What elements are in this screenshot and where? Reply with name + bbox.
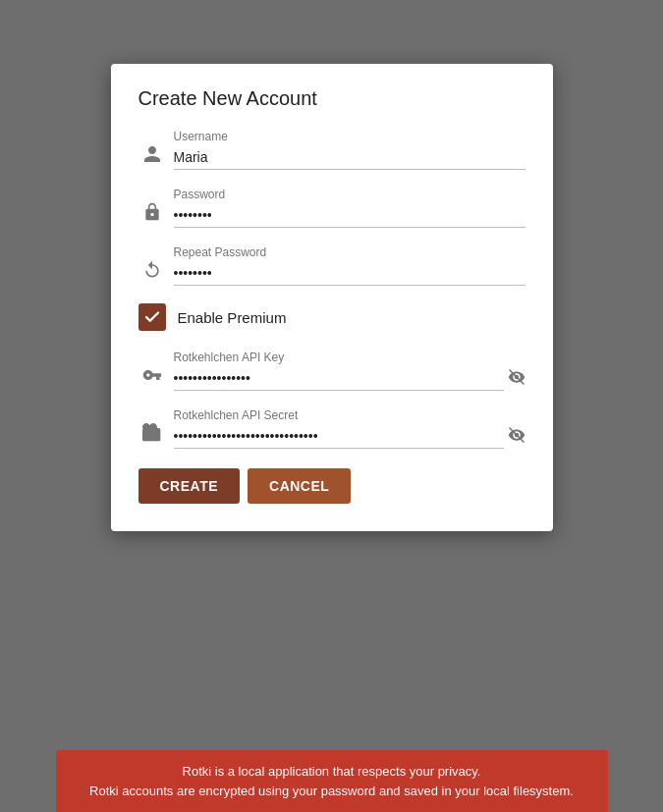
api-secret-wrapper: Rotkehlchen API Secret <box>174 408 525 449</box>
api-key-toggle-visibility[interactable] <box>504 368 525 390</box>
overlay: Create New Account Username Password <box>0 0 663 812</box>
enable-premium-row: Enable Premium <box>138 303 525 331</box>
username-input[interactable] <box>174 145 525 170</box>
username-wrapper: Username <box>174 130 525 170</box>
repeat-password-label: Repeat Password <box>174 245 525 259</box>
repeat-icon <box>138 260 166 280</box>
premium-label: Enable Premium <box>178 309 287 326</box>
api-secret-input[interactable] <box>174 424 504 449</box>
dialog-title: Create New Account <box>138 87 525 110</box>
api-key-input[interactable] <box>174 366 504 391</box>
lock-icon <box>138 202 166 222</box>
api-key-label: Rotkehlchen API Key <box>174 351 525 364</box>
api-key-wrapper: Rotkehlchen API Key <box>174 351 525 391</box>
cancel-button[interactable]: CANCEL <box>248 468 351 504</box>
dialog: Create New Account Username Password <box>111 64 553 531</box>
api-secret-label: Rotkehlchen API Secret <box>174 408 525 422</box>
repeat-password-input[interactable] <box>174 261 525 286</box>
privacy-banner: Rotki is a local application that respec… <box>56 750 608 812</box>
api-secret-field: Rotkehlchen API Secret <box>138 408 525 449</box>
premium-checkbox[interactable] <box>138 303 166 331</box>
repeat-password-wrapper: Repeat Password <box>174 245 525 286</box>
password-label: Password <box>174 188 525 201</box>
api-key-field: Rotkehlchen API Key <box>138 351 525 391</box>
api-key-input-row <box>174 366 525 391</box>
password-field: Password <box>138 188 525 228</box>
api-secret-toggle-visibility[interactable] <box>504 426 525 448</box>
user-icon <box>138 144 166 164</box>
secret-icon <box>138 423 166 443</box>
username-label: Username <box>174 130 525 143</box>
create-button[interactable]: CREATE <box>138 468 241 504</box>
banner-line1: Rotki is a local application that respec… <box>76 762 588 782</box>
password-wrapper: Password <box>174 188 525 228</box>
banner-line2: Rotki accounts are encrypted using your … <box>76 782 588 801</box>
key-icon <box>138 365 166 385</box>
password-input[interactable] <box>174 203 525 228</box>
repeat-password-field: Repeat Password <box>138 245 525 286</box>
username-field: Username <box>138 130 525 170</box>
api-secret-input-row <box>174 424 525 449</box>
button-row: CREATE CANCEL <box>138 468 525 504</box>
